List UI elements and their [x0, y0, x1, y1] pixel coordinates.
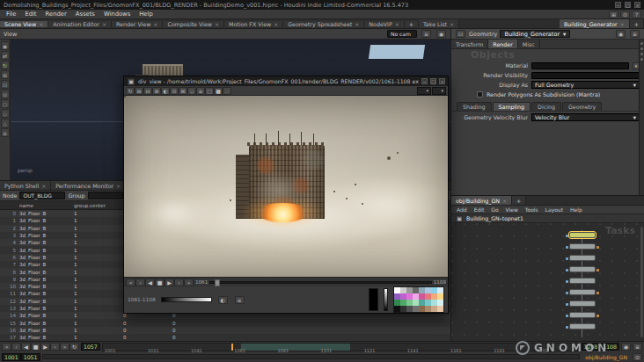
pane-tab-python-shell[interactable]: Python Shell× — [0, 181, 51, 190]
translate-tool-icon[interactable]: ⇄ — [1, 51, 10, 60]
network-menu-layout[interactable]: Layout — [542, 206, 567, 213]
grid-tool-icon[interactable]: △ — [1, 119, 10, 127]
color-swatch[interactable] — [437, 293, 443, 300]
menu-file[interactable]: File — [2, 11, 20, 18]
param-tab-transform[interactable]: Transform — [451, 40, 488, 48]
pane-tab-nodevip[interactable]: NodeVIP× — [364, 21, 404, 27]
graph-node[interactable] — [569, 289, 596, 295]
color-swatch[interactable] — [394, 306, 400, 312]
zoom-in-icon[interactable]: ⊕ — [152, 87, 161, 95]
color-swatch[interactable] — [406, 306, 413, 312]
prev-frame-icon[interactable]: ‹ — [11, 343, 21, 351]
display-as-dropdown[interactable]: Full Geometry ▾ — [531, 81, 640, 89]
close-tab-icon[interactable]: × — [39, 21, 43, 27]
close-tab-icon[interactable]: × — [620, 21, 625, 27]
color-swatch[interactable] — [431, 306, 437, 312]
menu-help[interactable]: Help — [135, 11, 157, 18]
display-tool-icon[interactable]: ○ — [1, 99, 10, 108]
color-swatch[interactable] — [400, 287, 406, 293]
image-viewer-window[interactable]: ▣ div_view - /home/trimold/Work/Project_… — [123, 76, 449, 314]
maximize-button[interactable]: □ — [625, 2, 631, 8]
color-swatch[interactable] — [400, 293, 406, 300]
color-swatch[interactable] — [437, 287, 443, 293]
network-menu-help[interactable]: Help — [567, 206, 586, 213]
color-swatch[interactable] — [419, 287, 425, 293]
graph-node[interactable] — [569, 232, 596, 238]
color-correct-icon[interactable]: ◐ — [218, 296, 228, 304]
color-swatch[interactable] — [431, 293, 437, 300]
loop-icon[interactable]: ↻ — [70, 343, 79, 351]
network-menu-tools[interactable]: Tools — [522, 206, 542, 213]
range-field[interactable]: 1051 — [21, 353, 40, 361]
scale-tool-icon[interactable]: ⊞ — [1, 70, 10, 79]
snapshot-icon[interactable]: ◉ — [436, 30, 446, 38]
flipbook-icon[interactable]: ⊠ — [179, 87, 187, 95]
color-swatch[interactable] — [394, 293, 400, 300]
param-tab-render[interactable]: Render — [488, 40, 517, 48]
close-tab-icon[interactable]: × — [395, 21, 399, 27]
next-frame-icon[interactable]: › — [174, 279, 184, 286]
prev-frame-icon[interactable]: ‹ — [135, 279, 145, 286]
table-row[interactable]: 153d_Floor_B100 — [0, 319, 450, 326]
new-pane-tab-button[interactable]: + — [630, 19, 644, 28]
node-name-dropdown[interactable]: Building_Generator ▾ — [500, 30, 570, 38]
histogram-icon[interactable]: ≡ — [235, 296, 245, 304]
render-visibility-input[interactable] — [531, 72, 640, 79]
color-swatch[interactable] — [419, 293, 425, 300]
close-tab-icon[interactable]: × — [41, 183, 46, 189]
snap-tool-icon[interactable]: ◎ — [1, 90, 10, 98]
viewer-close-button[interactable]: × — [439, 78, 445, 84]
color-swatch[interactable] — [419, 306, 425, 312]
network-menu-view[interactable]: View — [502, 206, 522, 213]
breadcrumb-item[interactable]: topnet1 — [502, 215, 523, 221]
close-tab-icon[interactable]: × — [274, 21, 278, 27]
realtime-toggle-icon[interactable]: ◉ — [621, 343, 631, 351]
viewer-maximize-button[interactable]: □ — [430, 78, 436, 84]
folder-tab-geometry[interactable]: Geometry — [562, 102, 602, 111]
play-reverse-icon[interactable]: ◀ — [145, 279, 155, 286]
play-icon[interactable]: ▶ — [165, 279, 174, 286]
table-row[interactable]: 163d_Floor_B100 — [0, 327, 450, 334]
color-swatch[interactable] — [425, 293, 431, 300]
pane-tab-motion-fx-view[interactable]: Motion FX View× — [224, 21, 283, 27]
display-options-icon[interactable]: ≡ — [421, 30, 431, 38]
color-swatch[interactable] — [406, 287, 413, 293]
fullscreen-icon[interactable]: □ — [205, 87, 214, 95]
graph-node[interactable] — [569, 300, 596, 307]
gamma-icon[interactable]: ◇ — [187, 87, 196, 95]
jump-start-icon[interactable]: « — [126, 279, 135, 286]
folder-tab-shading[interactable]: Shading — [457, 102, 492, 111]
close-tab-icon[interactable]: × — [116, 183, 121, 189]
color-swatch[interactable] — [437, 300, 443, 306]
menu-assets[interactable]: Assets — [71, 11, 99, 18]
close-tab-icon[interactable]: × — [450, 21, 454, 27]
layout-icon[interactable]: ⊞ — [135, 87, 143, 95]
help-icon[interactable]: ? — [632, 11, 641, 18]
color-swatch[interactable] — [431, 287, 437, 293]
camera-selector[interactable]: No cam — [387, 30, 417, 38]
network-pane-tab[interactable]: obj/Building_GN × — [451, 196, 512, 205]
timeline-ruler[interactable]: 1001102110411061108111011121114111611181… — [102, 343, 580, 351]
new-pane-tab-button[interactable]: + — [405, 21, 419, 27]
velocity-blur-dropdown[interactable]: Velocity Blur ▾ — [531, 113, 640, 121]
pane-tab-animation-editor[interactable]: Animation Editor× — [48, 21, 112, 27]
menu-render[interactable]: Render — [41, 11, 71, 18]
table-row[interactable]: 173d_Floor_B100 — [0, 334, 450, 341]
color-swatch[interactable] — [413, 287, 419, 293]
frame-field[interactable]: 1208 — [582, 343, 601, 351]
color-swatch[interactable] — [437, 306, 443, 312]
channels-icon[interactable]: ⊙ — [170, 87, 179, 95]
material-input[interactable] — [531, 62, 629, 69]
range-field[interactable]: 1001 — [2, 353, 21, 361]
color-swatch[interactable] — [425, 306, 431, 312]
menu-windows[interactable]: Windows — [99, 11, 135, 18]
frame-field[interactable]: 1108 — [600, 343, 619, 351]
network-graph[interactable]: Tasks — [451, 223, 644, 341]
play-icon[interactable]: ▶ — [40, 343, 50, 351]
close-tab-icon[interactable]: × — [355, 21, 359, 27]
handles-tool-icon[interactable]: ⊡ — [1, 80, 10, 89]
current-frame-field[interactable]: 1057 — [81, 343, 100, 351]
color-swatch[interactable] — [400, 300, 406, 306]
close-tab-icon[interactable]: × — [502, 198, 507, 204]
new-pane-tab-button[interactable]: + — [512, 196, 526, 205]
